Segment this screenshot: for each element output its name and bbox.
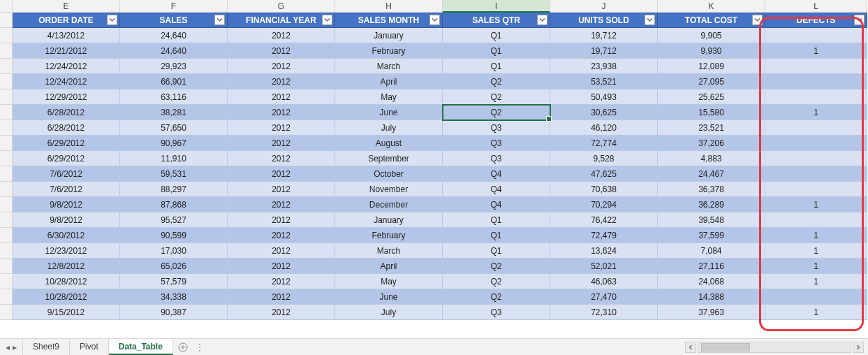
row-header[interactable] [0, 120, 13, 136]
sheet-tab-data_table[interactable]: Data_Table [109, 339, 173, 355]
cell[interactable]: 46,120 [550, 120, 658, 136]
row-header-gutter[interactable] [0, 13, 13, 28]
cell[interactable] [765, 182, 867, 197]
cell[interactable]: Q2 [443, 74, 550, 89]
cell[interactable]: 50,493 [550, 89, 658, 105]
cell[interactable]: Q1 [443, 43, 550, 59]
cell[interactable]: June [335, 105, 443, 120]
hscroll-right-button[interactable] [853, 342, 864, 353]
cell[interactable]: 90,599 [120, 228, 228, 243]
cell[interactable]: 2012 [228, 197, 335, 212]
hscroll-thumb[interactable] [701, 343, 750, 352]
cell[interactable]: 15,580 [658, 105, 765, 120]
column-header-E[interactable]: E [13, 0, 120, 13]
cell[interactable]: 23,938 [550, 59, 658, 74]
cell[interactable]: 9/8/2012 [13, 212, 120, 228]
cell[interactable]: October [335, 166, 443, 182]
cell[interactable] [765, 89, 867, 105]
cell[interactable]: March [335, 59, 443, 74]
cell[interactable]: 66,901 [120, 74, 228, 89]
cell[interactable]: 59,531 [120, 166, 228, 182]
cell[interactable]: 30,625 [550, 105, 658, 120]
hscroll-track[interactable] [698, 342, 851, 353]
cell[interactable]: Q2 [443, 289, 550, 305]
row-header[interactable] [0, 89, 13, 105]
cell[interactable]: January [335, 28, 443, 43]
cell[interactable]: April [335, 259, 443, 274]
cell[interactable]: 47,625 [550, 166, 658, 182]
cell[interactable]: 6/28/2012 [13, 105, 120, 120]
cell[interactable]: 27,095 [658, 74, 765, 89]
table-header-sales qtr[interactable]: SALES QTR [443, 13, 550, 28]
tab-split-handle[interactable]: ⋮ [193, 339, 207, 355]
cell[interactable]: Q4 [443, 197, 550, 212]
cell[interactable]: Q3 [443, 305, 550, 320]
cell[interactable] [765, 74, 867, 89]
cell[interactable]: Q4 [443, 182, 550, 197]
cell[interactable]: 11,910 [120, 151, 228, 166]
cell[interactable]: 13,624 [550, 243, 658, 259]
cell[interactable]: 38,281 [120, 105, 228, 120]
cell[interactable]: 57,650 [120, 120, 228, 136]
cell[interactable]: 4/13/2012 [13, 28, 120, 43]
cell[interactable]: 46,063 [550, 274, 658, 289]
cell[interactable]: 2012 [228, 274, 335, 289]
cell[interactable]: 12/23/2012 [13, 243, 120, 259]
cell[interactable]: 2012 [228, 120, 335, 136]
cell[interactable]: 9,905 [658, 28, 765, 43]
cell[interactable]: 12/24/2012 [13, 74, 120, 89]
row-header[interactable] [0, 212, 13, 228]
cell[interactable]: November [335, 182, 443, 197]
cell[interactable]: 2012 [228, 166, 335, 182]
cell[interactable]: Q2 [443, 259, 550, 274]
table-header-sales month[interactable]: SALES MONTH [335, 13, 443, 28]
cell[interactable]: 2012 [228, 151, 335, 166]
cell[interactable] [765, 120, 867, 136]
tab-nav-prev-icon[interactable]: ◂ [6, 342, 10, 352]
table-header-units sold[interactable]: UNITS SOLD [550, 13, 658, 28]
cell[interactable]: 12,089 [658, 59, 765, 74]
cell[interactable]: Q1 [443, 28, 550, 43]
row-header[interactable] [0, 274, 13, 289]
table-header-order date[interactable]: ORDER DATE [13, 13, 120, 28]
cell[interactable]: 24,068 [658, 274, 765, 289]
cell[interactable]: 9/15/2012 [13, 305, 120, 320]
cell[interactable]: July [335, 120, 443, 136]
cell[interactable]: May [335, 89, 443, 105]
cell[interactable]: 2012 [228, 243, 335, 259]
cell[interactable]: 88,297 [120, 182, 228, 197]
cell[interactable]: 1 [765, 228, 867, 243]
cell[interactable]: 10/28/2012 [13, 289, 120, 305]
row-header[interactable] [0, 43, 13, 59]
row-header[interactable] [0, 289, 13, 305]
row-header[interactable] [0, 243, 13, 259]
cell[interactable]: March [335, 243, 443, 259]
cell[interactable]: 27,116 [658, 259, 765, 274]
cell[interactable]: 9/8/2012 [13, 197, 120, 212]
cell[interactable]: 39,548 [658, 212, 765, 228]
cell[interactable]: 72,310 [550, 305, 658, 320]
cell[interactable]: Q3 [443, 151, 550, 166]
cell[interactable]: September [335, 151, 443, 166]
cell[interactable]: 12/21/2012 [13, 43, 120, 59]
sheet-tab-pivot[interactable]: Pivot [70, 339, 109, 355]
cell[interactable]: 7/6/2012 [13, 182, 120, 197]
cell[interactable]: December [335, 197, 443, 212]
cell[interactable]: 1 [765, 105, 867, 120]
row-header[interactable] [0, 151, 13, 166]
select-all-corner[interactable] [0, 0, 13, 13]
cell[interactable]: 9,528 [550, 151, 658, 166]
cell[interactable]: May [335, 274, 443, 289]
cell[interactable]: 52,021 [550, 259, 658, 274]
cell[interactable]: 1 [765, 274, 867, 289]
filter-dropdown-button[interactable] [429, 15, 440, 25]
cell[interactable]: 2012 [228, 28, 335, 43]
cell[interactable]: 2012 [228, 289, 335, 305]
cell[interactable]: Q2 [443, 89, 550, 105]
cell[interactable]: 25,625 [658, 89, 765, 105]
filter-dropdown-button[interactable] [107, 15, 117, 25]
cell[interactable]: 1 [765, 259, 867, 274]
cell[interactable]: 65,026 [120, 259, 228, 274]
sheet-tab-sheet9[interactable]: Sheet9 [23, 339, 70, 355]
cell[interactable] [765, 289, 867, 305]
